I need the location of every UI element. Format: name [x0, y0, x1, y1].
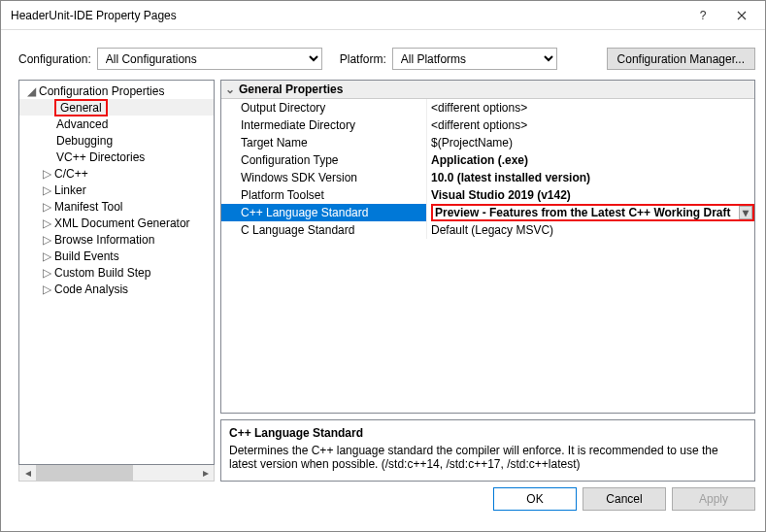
- tree-item-build-events[interactable]: ▷Build Events: [19, 248, 214, 264]
- close-icon: [737, 11, 747, 20]
- close-button[interactable]: [722, 2, 761, 29]
- property-row[interactable]: Intermediate Directory<different options…: [221, 116, 754, 134]
- tree-item-linker[interactable]: ▷Linker: [19, 182, 214, 198]
- scroll-thumb[interactable]: [36, 465, 133, 481]
- chevron-down-icon: ⌄: [225, 83, 239, 96]
- tree-item-advanced[interactable]: Advanced: [19, 116, 214, 132]
- property-value[interactable]: Default (Legacy MSVC): [427, 221, 754, 239]
- property-grid: ⌄ General Properties Output Directory<di…: [220, 80, 755, 414]
- tree-item-c-c-[interactable]: ▷C/C++: [19, 165, 214, 182]
- chevron-right-icon: ▷: [41, 249, 52, 263]
- platform-combo[interactable]: All Platforms: [392, 48, 557, 70]
- titlebar: HeaderUnit-IDE Property Pages ?: [1, 1, 765, 30]
- property-value[interactable]: <different options>: [427, 99, 754, 116]
- tree-item-xml-document-generator[interactable]: ▷XML Document Generator: [19, 215, 214, 231]
- property-name: C++ Language Standard: [221, 204, 427, 221]
- property-value[interactable]: Visual Studio 2019 (v142): [427, 186, 754, 204]
- property-name: Configuration Type: [221, 151, 427, 169]
- description-body: Determines the C++ language standard the…: [229, 444, 747, 471]
- tree-item-debugging[interactable]: Debugging: [19, 132, 214, 149]
- nav-tree[interactable]: ◢Configuration PropertiesGeneralAdvanced…: [18, 80, 215, 465]
- config-toolbar: Configuration: All Configurations Platfo…: [1, 30, 765, 80]
- scroll-right-icon[interactable]: ▸: [197, 465, 214, 481]
- chevron-right-icon: ▷: [41, 283, 52, 296]
- property-name: C Language Standard: [221, 221, 427, 239]
- chevron-right-icon: ▷: [41, 200, 52, 214]
- ok-button[interactable]: OK: [493, 487, 577, 511]
- property-name: Target Name: [221, 134, 427, 151]
- property-row[interactable]: Configuration TypeApplication (.exe): [221, 151, 754, 169]
- chevron-right-icon: ▷: [41, 167, 52, 181]
- tree-item-browse-information[interactable]: ▷Browse Information: [19, 231, 214, 248]
- help-button[interactable]: ?: [683, 2, 722, 29]
- property-row[interactable]: Windows SDK Version10.0 (latest installe…: [221, 169, 754, 186]
- description-title: C++ Language Standard: [229, 426, 747, 440]
- platform-label: Platform:: [340, 52, 386, 66]
- dialog-buttons: OK Cancel Apply: [1, 487, 765, 520]
- scroll-left-icon[interactable]: ◂: [19, 465, 36, 481]
- tree-item-code-analysis[interactable]: ▷Code Analysis: [19, 281, 214, 297]
- chevron-right-icon: ▷: [41, 233, 52, 247]
- window-title: HeaderUnit-IDE Property Pages: [11, 9, 683, 22]
- config-label: Configuration:: [18, 52, 91, 66]
- config-manager-button[interactable]: Configuration Manager...: [607, 48, 755, 70]
- property-row[interactable]: Platform ToolsetVisual Studio 2019 (v142…: [221, 186, 754, 204]
- property-name: Windows SDK Version: [221, 169, 427, 186]
- property-row[interactable]: Target Name$(ProjectName): [221, 134, 754, 151]
- grid-group-header[interactable]: ⌄ General Properties: [221, 81, 754, 99]
- property-row[interactable]: C Language StandardDefault (Legacy MSVC): [221, 221, 754, 239]
- property-value[interactable]: <different options>: [427, 116, 754, 134]
- chevron-down-icon: ◢: [25, 84, 37, 98]
- tree-root[interactable]: ◢Configuration Properties: [19, 83, 214, 99]
- tree-hscrollbar[interactable]: ◂ ▸: [18, 465, 215, 482]
- chevron-right-icon: ▷: [41, 216, 52, 230]
- property-value[interactable]: Application (.exe): [427, 151, 754, 169]
- property-row[interactable]: Output Directory<different options>: [221, 99, 754, 116]
- property-name: Platform Toolset: [221, 186, 427, 204]
- tree-item-general[interactable]: General: [19, 99, 214, 116]
- chevron-right-icon: ▷: [41, 183, 52, 197]
- tree-item-vc-directories[interactable]: VC++ Directories: [19, 149, 214, 165]
- property-value[interactable]: $(ProjectName): [427, 134, 754, 151]
- property-name: Output Directory: [221, 99, 427, 116]
- property-value[interactable]: 10.0 (latest installed version): [427, 169, 754, 186]
- tree-item-custom-build-step[interactable]: ▷Custom Build Step: [19, 264, 214, 281]
- config-combo[interactable]: All Configurations: [97, 48, 322, 70]
- property-name: Intermediate Directory: [221, 116, 427, 134]
- dropdown-icon[interactable]: ▾: [739, 206, 752, 219]
- description-panel: C++ Language Standard Determines the C++…: [220, 419, 755, 482]
- apply-button[interactable]: Apply: [672, 487, 755, 511]
- cancel-button[interactable]: Cancel: [583, 487, 666, 511]
- property-row[interactable]: C++ Language StandardPreview - Features …: [221, 204, 754, 221]
- tree-item-manifest-tool[interactable]: ▷Manifest Tool: [19, 198, 214, 215]
- chevron-right-icon: ▷: [41, 266, 52, 280]
- property-value[interactable]: Preview - Features from the Latest C++ W…: [427, 204, 754, 221]
